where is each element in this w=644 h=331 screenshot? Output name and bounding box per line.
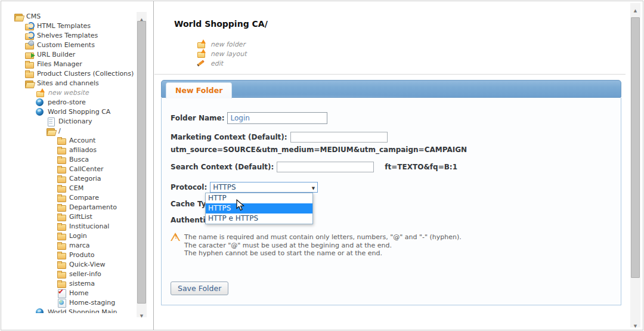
tree-item[interactable]: Quick-View bbox=[14, 260, 140, 270]
tree-item[interactable]: Shelves Templates bbox=[14, 31, 140, 41]
protocol-option[interactable]: HTTP e HTTPS bbox=[206, 214, 312, 224]
tree-item[interactable]: Custom Elements bbox=[14, 41, 140, 50]
tree-item-label: Busca bbox=[69, 156, 89, 164]
protocol-option[interactable]: HTTP bbox=[206, 193, 312, 203]
tree-item[interactable]: Account bbox=[14, 136, 140, 146]
tree-item-label: Login bbox=[69, 232, 87, 240]
tree-item[interactable]: new website bbox=[14, 88, 140, 98]
action-link[interactable]: new folder bbox=[197, 39, 247, 49]
tree-item[interactable]: Produto bbox=[14, 250, 140, 260]
tree-item[interactable]: URL Builder bbox=[14, 50, 140, 60]
action-link-label: new folder bbox=[210, 41, 245, 48]
tree-item-label: Sites and channels bbox=[37, 79, 99, 88]
action-link[interactable]: new layout bbox=[197, 49, 247, 58]
scroll-up-icon[interactable] bbox=[630, 3, 640, 12]
tree-item-label: sistema bbox=[69, 280, 95, 288]
tree-item[interactable]: Departamento bbox=[14, 203, 140, 212]
warning-text: The name is required and must contain on… bbox=[184, 233, 462, 258]
folder-icon bbox=[25, 70, 35, 78]
tree-item[interactable]: Sites and channels bbox=[14, 79, 140, 88]
tree-item-label: seller-info bbox=[69, 270, 101, 279]
tree-item-label: CEM bbox=[69, 184, 83, 193]
tree-item-label: Quick-View bbox=[69, 261, 106, 269]
sidebar: CMS HTML Templates Shelves Templates Cus… bbox=[1, 1, 154, 330]
scrollbar-thumb[interactable] bbox=[631, 17, 640, 278]
tree-item[interactable]: marca bbox=[14, 241, 140, 250]
save-folder-button[interactable]: Save Folder bbox=[171, 281, 228, 295]
protocol-option[interactable]: HTTPS bbox=[206, 203, 312, 214]
folder-icon bbox=[57, 232, 67, 240]
tree-item-label: Dictionary bbox=[58, 117, 92, 126]
tree-item[interactable]: CallCenter bbox=[14, 165, 140, 174]
tree-item[interactable]: Product Clusters (Collections) bbox=[14, 69, 140, 79]
tree-item[interactable]: Files Manager bbox=[14, 60, 140, 69]
marketing-context-input[interactable] bbox=[290, 132, 388, 143]
new-folder-icon bbox=[36, 89, 45, 97]
tree-item-label: GiftList bbox=[69, 213, 92, 221]
folder-name-label: Folder Name: bbox=[171, 114, 224, 122]
tree-item-label: World Shopping CA bbox=[48, 108, 110, 116]
folder-icon bbox=[57, 194, 67, 202]
tree-item-label: Product Clusters (Collections) bbox=[37, 70, 134, 78]
tree-item[interactable]: Compare bbox=[14, 193, 140, 203]
tree-item[interactable]: World Shopping CA bbox=[14, 107, 140, 117]
tree-item[interactable]: Institucional bbox=[14, 222, 140, 231]
new-folder-panel: New Folder Folder Name: Marketing Contex… bbox=[161, 80, 621, 305]
warning-line: The caracter "@" must be used at the beg… bbox=[184, 242, 462, 250]
main-scrollbar[interactable] bbox=[630, 3, 640, 327]
tree-item[interactable]: CMS bbox=[14, 12, 140, 21]
search-context-input[interactable] bbox=[277, 162, 374, 172]
tree-item[interactable]: Busca bbox=[14, 155, 140, 165]
scroll-down-icon[interactable] bbox=[630, 318, 640, 327]
document-icon bbox=[47, 117, 56, 126]
tree-item[interactable]: Login bbox=[14, 231, 140, 241]
marketing-hint: utm_source=SOURCE&utm_medium=MEDIUM&utm_… bbox=[171, 146, 467, 154]
tree-item[interactable]: GiftList bbox=[14, 212, 140, 222]
scroll-down-icon[interactable] bbox=[137, 308, 147, 317]
tree-item-label: URL Builder bbox=[37, 51, 75, 59]
scrollbar-thumb[interactable] bbox=[137, 21, 146, 304]
folder-icon bbox=[57, 242, 67, 250]
tree-item[interactable]: Dictionary bbox=[14, 117, 140, 126]
marketing-context-label: Marketing Context (Default): bbox=[171, 133, 287, 141]
folder-icon bbox=[57, 261, 67, 269]
tree-item-label: Categoria bbox=[69, 175, 101, 183]
tree-item-label: Institucional bbox=[69, 222, 109, 231]
tree-item[interactable]: Categoria bbox=[14, 174, 140, 184]
tree-item[interactable]: Home bbox=[14, 289, 140, 298]
folder-templates-icon bbox=[25, 22, 35, 30]
tab-new-folder[interactable]: New Folder bbox=[166, 82, 232, 98]
tree-item[interactable]: / bbox=[14, 126, 140, 136]
page-check-icon bbox=[57, 289, 67, 298]
action-link[interactable]: edit bbox=[197, 58, 247, 68]
search-context-label: Search Context (Default): bbox=[171, 163, 274, 171]
tree-item[interactable]: pedro-store bbox=[14, 98, 140, 107]
folder-open-icon bbox=[14, 13, 24, 21]
tree-item[interactable]: sistema bbox=[14, 279, 140, 289]
tree-item-label: Account bbox=[69, 137, 95, 145]
protocol-select-value: HTTPS bbox=[213, 183, 236, 191]
page-title: World Shopping CA/ bbox=[174, 19, 268, 29]
search-hint: ft=TEXTO&fq=B:1 bbox=[385, 163, 457, 171]
folder-name-input[interactable] bbox=[227, 112, 327, 124]
sidebar-scrollbar[interactable] bbox=[137, 12, 147, 317]
tree-item[interactable]: seller-info bbox=[14, 270, 140, 279]
globe-icon bbox=[36, 308, 45, 313]
protocol-select[interactable]: HTTPS bbox=[210, 182, 318, 193]
tree-item-label: Files Manager bbox=[37, 60, 82, 69]
scroll-up-icon[interactable] bbox=[137, 12, 147, 21]
chevron-down-icon bbox=[312, 183, 315, 191]
tree-item[interactable]: afiliados bbox=[14, 146, 140, 155]
tree-item-label: World Shopping Main bbox=[48, 308, 117, 313]
tree-item[interactable]: World Shopping Main bbox=[14, 308, 140, 313]
header-divider bbox=[154, 74, 626, 75]
folder-icon bbox=[57, 222, 67, 231]
folder-open-icon bbox=[25, 79, 35, 88]
tree-item[interactable]: Home-staging bbox=[14, 298, 140, 308]
tree-item[interactable]: CEM bbox=[14, 184, 140, 193]
folder-icon bbox=[57, 251, 67, 259]
tree-item-label: CMS bbox=[26, 13, 41, 21]
tree-item-label: Shelves Templates bbox=[37, 32, 98, 40]
tree-item[interactable]: HTML Templates bbox=[14, 21, 140, 31]
folder-icon bbox=[57, 156, 67, 164]
